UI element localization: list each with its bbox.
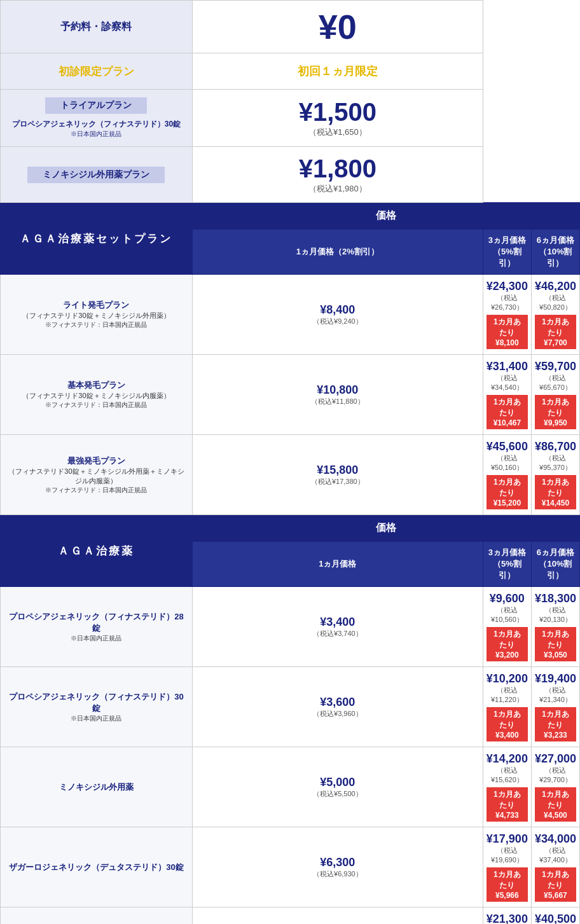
aga-drug-row-0: プロペシアジェネリック（フィナステリド）28錠 ※日本国内正規品 ¥3,400 …: [1, 587, 580, 667]
aga-drug-price3-3: ¥17,900 （税込¥19,690） 1カ月あたり¥5,966: [483, 827, 531, 907]
trial-price-main: ¥1,500: [199, 98, 476, 127]
aga-drug-row-4: ミノキシジル内服薬 ¥7,500 （税込¥8,250） ¥21,300 （税込¥…: [1, 907, 580, 925]
trial-plan-desc-sub: ※日本国内正規品: [7, 130, 186, 139]
aga-set-price6-2: ¥86,700 （税込¥95,370） 1カ月あたり¥14,450: [531, 435, 579, 515]
aga-set-price6-1: ¥59,700 （税込¥65,670） 1カ月あたり¥9,950: [531, 355, 579, 435]
aga-drug-price1-1: ¥3,600 （税込¥3,960）: [192, 667, 483, 747]
aga-drug-price3-4: ¥21,300 （税込¥23,430） 1カ月あたり¥7,100: [483, 907, 531, 925]
aga-set-section-header-row: ＡＧＡ治療薬セットプラン 価格: [1, 203, 580, 230]
aga-drug-name-4: ミノキシジル内服薬: [1, 907, 193, 925]
minoxidil-trial-price-main: ¥1,800: [199, 155, 476, 183]
plan-desc-sub-0: ※フィナステリド：日本国内正規品: [6, 321, 187, 329]
minoxidil-trial-price-cell: ¥1,800 （税込¥1,980）: [192, 147, 483, 203]
trial-plan-cell: トライアルプラン プロペシアジェネリック（フィナステリド）30錠 ※日本国内正規…: [1, 90, 193, 147]
aga-set-price6-0: ¥46,200 （税込¥50,820） 1カ月あたり¥7,700: [531, 275, 579, 355]
aga-set-price3-2: ¥45,600 （税込¥50,160） 1カ月あたり¥15,200: [483, 435, 531, 515]
aga-drug-price6-2: ¥27,000 （税込¥29,700） 1カ月あたり¥4,500: [531, 747, 579, 827]
aga-drug-name-3: ザガーロジェネリック（デュタステリド）30錠: [1, 827, 193, 907]
aga-drug-section-header-row: ＡＧＡ治療薬 価格: [1, 515, 580, 542]
aga-set-price1-2: ¥15,800 （税込¥17,380）: [192, 435, 483, 515]
trial-plan-row: トライアルプラン プロペシアジェネリック（フィナステリド）30錠 ※日本国内正規…: [1, 90, 580, 147]
aga-drug-name-2: ミノキシジル外用薬: [1, 747, 193, 827]
aga-set-plan-row-0: ライト発毛プラン （フィナステリド30錠＋ミノキシジル外用薬） ※フィナステリド…: [1, 275, 580, 355]
aga-drug-price6-0: ¥18,300 （税込¥20,130） 1カ月あたり¥3,050: [531, 587, 579, 667]
aga-drug-col3: 6ヵ月価格（10%割引）: [531, 542, 579, 587]
aga-drug-price1-4: ¥7,500 （税込¥8,250）: [192, 907, 483, 925]
aga-set-price1-1: ¥10,800 （税込¥11,880）: [192, 355, 483, 435]
aga-set-price3-0: ¥24,300 （税込¥26,730） 1カ月あたり¥8,100: [483, 275, 531, 355]
aga-set-col2: 3ヵ月価格（5%割引）: [483, 230, 531, 275]
yoyaku-label: 予約料・診察料: [1, 1, 193, 53]
aga-drug-price6-3: ¥34,000 （税込¥37,400） 1カ月あたり¥5,667: [531, 827, 579, 907]
minoxidil-trial-price-tax: （税込¥1,980）: [199, 183, 476, 195]
aga-set-plan-name-0: ライト発毛プラン （フィナステリド30錠＋ミノキシジル外用薬） ※フィナステリド…: [1, 275, 193, 355]
aga-drug-price3-0: ¥9,600 （税込¥10,560） 1カ月あたり¥3,200: [483, 587, 531, 667]
aga-drug-price3-2: ¥14,200 （税込¥15,620） 1カ月あたり¥4,733: [483, 747, 531, 827]
shoshin-plan-value: 初回１ヵ月限定: [192, 53, 483, 90]
aga-set-plan-row-1: 基本発毛プラン （フィナステリド30錠＋ミノキシジル内服薬） ※フィナステリド：…: [1, 355, 580, 435]
plan-name-text-0: ライト発毛プラン: [6, 300, 187, 311]
aga-set-plan-row-2: 最強発毛プラン （フィナステリド30錠＋ミノキシジル外用薬＋ミノキシジル内服薬）…: [1, 435, 580, 515]
aga-drug-col1: 1ヵ月価格: [192, 542, 483, 587]
aga-drug-name-1: プロペシアジェネリック（フィナステリド）30錠 ※日本国内正規品: [1, 667, 193, 747]
aga-drug-main-label-cell: ＡＧＡ治療薬: [1, 515, 193, 587]
trial-plan-name-badge: トライアルプラン: [45, 97, 147, 114]
aga-drug-row-1: プロペシアジェネリック（フィナステリド）30錠 ※日本国内正規品 ¥3,600 …: [1, 667, 580, 747]
aga-drug-price1-2: ¥5,000 （税込¥5,500）: [192, 747, 483, 827]
yoyaku-price: ¥0: [192, 1, 483, 53]
trial-price-cell: ¥1,500 （税込¥1,650）: [192, 90, 483, 147]
aga-drug-price1-3: ¥6,300 （税込¥6,930）: [192, 827, 483, 907]
aga-set-main-label-cell: ＡＧＡ治療薬セットプラン: [1, 203, 193, 275]
trial-price-tax: （税込¥1,650）: [199, 127, 476, 138]
aga-drug-price6-1: ¥19,400 （税込¥21,340） 1カ月あたり¥3,233: [531, 667, 579, 747]
aga-set-price1-0: ¥8,400 （税込¥9,240）: [192, 275, 483, 355]
plan-desc-text-0: （フィナステリド30錠＋ミノキシジル外用薬）: [6, 311, 187, 321]
minoxidil-trial-cell: ミノキシジル外用薬プラン: [1, 147, 193, 203]
aga-set-plan-name-2: 最強発毛プラン （フィナステリド30錠＋ミノキシジル外用薬＋ミノキシジル内服薬）…: [1, 435, 193, 515]
aga-set-col1: 1ヵ月価格（2%割引）: [192, 230, 483, 275]
pricing-table: 予約料・診察料 ¥0 初診限定プラン 初回１ヵ月限定 トライアルプラン プロペシ…: [0, 0, 580, 924]
aga-drug-col2: 3ヵ月価格（5%割引）: [483, 542, 531, 587]
yoyaku-row: 予約料・診察料 ¥0: [1, 1, 580, 53]
aga-drug-price6-4: ¥40,500 （税込¥44,550） 1カ月あたり¥6,750: [531, 907, 579, 925]
minoxidil-trial-badge: ミノキシジル外用薬プラン: [27, 167, 165, 183]
minoxidil-trial-row: ミノキシジル外用薬プラン ¥1,800 （税込¥1,980）: [1, 147, 580, 203]
shoshin-header-row: 初診限定プラン 初回１ヵ月限定: [1, 53, 580, 90]
trial-plan-desc: プロペシアジェネリック（フィナステリド）30錠: [7, 119, 186, 130]
aga-drug-row-2: ミノキシジル外用薬 ¥5,000 （税込¥5,500） ¥14,200 （税込¥…: [1, 747, 580, 827]
aga-drug-name-0: プロペシアジェネリック（フィナステリド）28錠 ※日本国内正規品: [1, 587, 193, 667]
aga-set-price3-1: ¥31,400 （税込¥34,540） 1カ月あたり¥10,467: [483, 355, 531, 435]
aga-drug-section-title: 価格: [192, 515, 579, 542]
shoshin-plan-label: 初診限定プラン: [1, 53, 193, 90]
aga-set-col3: 6ヵ月価格（10%割引）: [531, 230, 579, 275]
aga-set-section-title: 価格: [192, 203, 579, 230]
aga-drug-price1-0: ¥3,400 （税込¥3,740）: [192, 587, 483, 667]
aga-set-plan-name-1: 基本発毛プラン （フィナステリド30錠＋ミノキシジル内服薬） ※フィナステリド：…: [1, 355, 193, 435]
aga-drug-row-3: ザガーロジェネリック（デュタステリド）30錠 ¥6,300 （税込¥6,930）…: [1, 827, 580, 907]
aga-drug-price3-1: ¥10,200 （税込¥11,220） 1カ月あたり¥3,400: [483, 667, 531, 747]
